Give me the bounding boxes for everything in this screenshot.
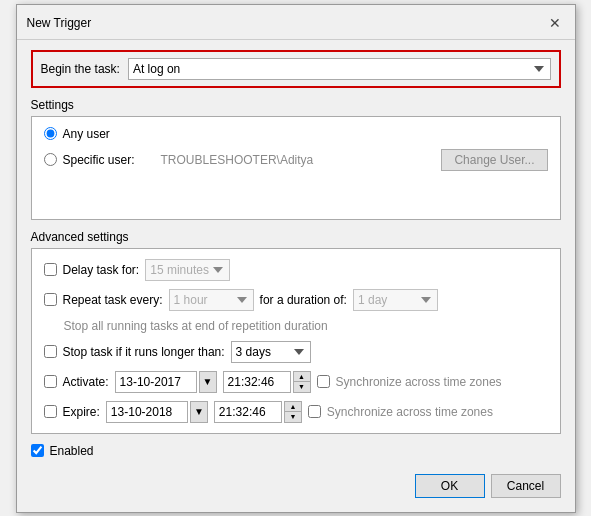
activate-time-up[interactable]: ▲ <box>294 372 310 382</box>
delay-task-label[interactable]: Delay task for: <box>63 263 140 277</box>
stop-all-row: Stop all running tasks at end of repetit… <box>44 319 548 333</box>
stop-task-label[interactable]: Stop task if it runs longer than: <box>63 345 225 359</box>
user-value: TROUBLESHOOTER\Aditya <box>161 153 436 167</box>
expire-sync-label: Synchronize across time zones <box>327 405 493 419</box>
duration-select[interactable]: 15 minutes 30 minutes 1 hour 2 hours 1 d… <box>353 289 438 311</box>
activate-date-input[interactable]: 13-10-2017 <box>115 371 197 393</box>
dialog-title: New Trigger <box>27 16 92 30</box>
expire-row: Expire: ▼ ▲ ▼ Synchronize across time zo… <box>44 401 548 423</box>
specific-user-label[interactable]: Specific user: <box>63 153 135 167</box>
activate-date-picker-button[interactable]: ▼ <box>199 371 217 393</box>
repeat-task-select[interactable]: 5 minutes 10 minutes 15 minutes 30 minut… <box>169 289 254 311</box>
stop-task-select[interactable]: 1 hour 2 hours 4 hours 8 hours 12 hours … <box>231 341 311 363</box>
activate-time-spin: ▲ ▼ <box>293 371 311 393</box>
expire-date-field: ▼ <box>106 401 208 423</box>
activate-time-down[interactable]: ▼ <box>294 382 310 392</box>
change-user-button[interactable]: Change User... <box>441 149 547 171</box>
settings-section: Any user Specific user: TROUBLESHOOTER\A… <box>31 116 561 220</box>
stop-task-checkbox[interactable] <box>44 345 57 358</box>
expire-time-down[interactable]: ▼ <box>285 412 301 422</box>
enabled-checkbox[interactable] <box>31 444 44 457</box>
delay-task-checkbox[interactable] <box>44 263 57 276</box>
for-duration-label: for a duration of: <box>260 293 347 307</box>
title-bar: New Trigger ✕ <box>17 5 575 40</box>
specific-user-row: Specific user: TROUBLESHOOTER\Aditya Cha… <box>44 149 548 171</box>
any-user-row: Any user <box>44 127 548 141</box>
repeat-task-label[interactable]: Repeat task every: <box>63 293 163 307</box>
expire-date-picker-button[interactable]: ▼ <box>190 401 208 423</box>
begin-task-select[interactable]: At log on On a schedule At startup On id… <box>128 58 551 80</box>
begin-task-row: Begin the task: At log on On a schedule … <box>31 50 561 88</box>
activate-row: Activate: 13-10-2017 ▼ ▲ ▼ Synchronize a… <box>44 371 548 393</box>
activate-sync-label: Synchronize across time zones <box>336 375 502 389</box>
expire-time-field: ▲ ▼ <box>214 401 302 423</box>
stop-all-label: Stop all running tasks at end of repetit… <box>64 319 328 333</box>
begin-task-label: Begin the task: <box>41 62 120 76</box>
activate-time-input[interactable] <box>223 371 291 393</box>
cancel-button[interactable]: Cancel <box>491 474 561 498</box>
advanced-section-title: Advanced settings <box>31 230 561 244</box>
repeat-task-row: Repeat task every: 5 minutes 10 minutes … <box>44 289 548 311</box>
expire-date-input[interactable] <box>106 401 188 423</box>
activate-time-field: ▲ ▼ <box>223 371 311 393</box>
enabled-row: Enabled <box>31 444 561 458</box>
expire-sync-checkbox[interactable] <box>308 405 321 418</box>
delay-task-row: Delay task for: 15 minutes 30 minutes 1 … <box>44 259 548 281</box>
expire-label[interactable]: Expire: <box>63 405 100 419</box>
specific-user-radio[interactable] <box>44 153 57 166</box>
button-row: OK Cancel <box>31 468 561 502</box>
dialog-content: Begin the task: At log on On a schedule … <box>17 40 575 512</box>
ok-button[interactable]: OK <box>415 474 485 498</box>
any-user-radio[interactable] <box>44 127 57 140</box>
repeat-task-checkbox[interactable] <box>44 293 57 306</box>
activate-sync-checkbox[interactable] <box>317 375 330 388</box>
expire-time-spin: ▲ ▼ <box>284 401 302 423</box>
expire-time-input[interactable] <box>214 401 282 423</box>
expire-checkbox[interactable] <box>44 405 57 418</box>
new-trigger-dialog: New Trigger ✕ Begin the task: At log on … <box>16 4 576 513</box>
close-button[interactable]: ✕ <box>545 13 565 33</box>
stop-task-row: Stop task if it runs longer than: 1 hour… <box>44 341 548 363</box>
enabled-label[interactable]: Enabled <box>50 444 94 458</box>
settings-section-title: Settings <box>31 98 561 112</box>
delay-task-select[interactable]: 15 minutes 30 minutes 1 hour <box>145 259 230 281</box>
expire-time-up[interactable]: ▲ <box>285 402 301 412</box>
advanced-section: Delay task for: 15 minutes 30 minutes 1 … <box>31 248 561 434</box>
activate-label[interactable]: Activate: <box>63 375 109 389</box>
any-user-label[interactable]: Any user <box>63 127 110 141</box>
activate-date-field: 13-10-2017 ▼ <box>115 371 217 393</box>
activate-checkbox[interactable] <box>44 375 57 388</box>
